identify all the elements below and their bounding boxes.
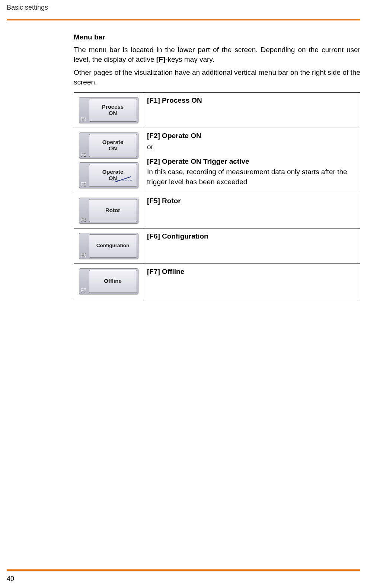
icon-cell-f5: Rotor F5 [74, 193, 143, 228]
f2-button-b[interactable]: Operate ON F2 [79, 162, 138, 188]
content-area: Menu bar The menu bar is located in the … [74, 33, 360, 299]
f2-desc-body: In this case, recording of measurement d… [147, 167, 356, 187]
svg-line-1 [115, 177, 131, 182]
f2a-line1: Operate [102, 139, 124, 146]
table-row: Offline F7 [F7] Offline [74, 263, 360, 299]
icon-cell-f6: Configuration F6 [74, 228, 143, 263]
icon-cell-f2: Operate ON F2 Operate ON F2 [74, 128, 143, 193]
f1-label: F1 [81, 116, 87, 122]
paragraph-2: Other pages of the visualization have an… [74, 68, 360, 87]
desc-cell-f6: [F6] Configuration [143, 228, 360, 263]
f2-desc-subtitle: [F2] Operate ON Trigger active [147, 157, 356, 167]
f7-label: F7 [81, 287, 87, 293]
f5-label: F5 [81, 217, 87, 223]
f7-button-inner: Offline [89, 270, 137, 293]
icon-cell-f7: Offline F7 [74, 263, 143, 299]
header-rule-shadow [7, 21, 360, 21]
f2-button-a-inner: Operate ON [89, 134, 137, 157]
footer-rule [7, 569, 360, 571]
page-header: Basic settings [0, 0, 367, 15]
section-title: Menu bar [74, 33, 360, 41]
trigger-line-icon [112, 175, 133, 183]
desc-cell-f2: [F2] Operate ON or [F2] Operate ON Trigg… [143, 128, 360, 193]
menu-table: Process ON F1 [F1] Process ON Operate ON [74, 92, 360, 299]
f2a-label: F2 [81, 151, 87, 157]
para1-pre: The menu bar is located in the lower par… [74, 46, 360, 63]
f2-desc-or: or [147, 142, 356, 152]
table-row: Process ON F1 [F1] Process ON [74, 92, 360, 128]
paragraph-1: The menu bar is located in the lower par… [74, 45, 360, 64]
f6-line1: Configuration [96, 243, 129, 249]
f1-button[interactable]: Process ON F1 [79, 97, 138, 123]
f5-line1: Rotor [105, 207, 120, 214]
f2a-line2: ON [109, 146, 117, 152]
f5-button[interactable]: Rotor F5 [79, 198, 138, 224]
desc-cell-f5: [F5] Rotor [143, 193, 360, 228]
desc-cell-f7: [F7] Offline [143, 263, 360, 299]
footer-rule-shadow [7, 572, 360, 572]
f2b-label: F2 [81, 181, 87, 187]
f2-button-b-inner: Operate ON [89, 164, 137, 187]
para1-bold: [F] [156, 55, 165, 63]
f5-button-inner: Rotor [89, 199, 137, 222]
table-row: Operate ON F2 Operate ON F2 [74, 128, 360, 193]
f2-desc-title: [F2] Operate ON [147, 131, 356, 141]
f7-line1: Offline [104, 278, 122, 284]
f7-desc-title: [F7] Offline [147, 267, 356, 277]
page-number: 40 [7, 575, 14, 583]
para1-post: -keys may vary. [165, 55, 214, 63]
icon-cell-f1: Process ON F1 [74, 92, 143, 128]
f6-button-inner: Configuration [89, 234, 137, 258]
f6-desc-title: [F6] Configuration [147, 231, 356, 242]
f7-button[interactable]: Offline F7 [79, 268, 138, 294]
f1-line1: Process [102, 104, 124, 110]
f1-line2: ON [109, 110, 117, 116]
table-row: Configuration F6 [F6] Configuration [74, 228, 360, 263]
table-row: Rotor F5 [F5] Rotor [74, 193, 360, 228]
f1-desc-title: [F1] Process ON [147, 96, 356, 106]
f2b-line1: Operate [102, 169, 124, 175]
header-rule [7, 19, 360, 20]
desc-cell-f1: [F1] Process ON [143, 92, 360, 128]
f6-button[interactable]: Configuration F6 [79, 233, 138, 259]
f6-label: F6 [81, 252, 87, 258]
f5-desc-title: [F5] Rotor [147, 196, 356, 206]
f1-button-inner: Process ON [89, 99, 137, 122]
f2-button-a[interactable]: Operate ON F2 [79, 132, 138, 159]
